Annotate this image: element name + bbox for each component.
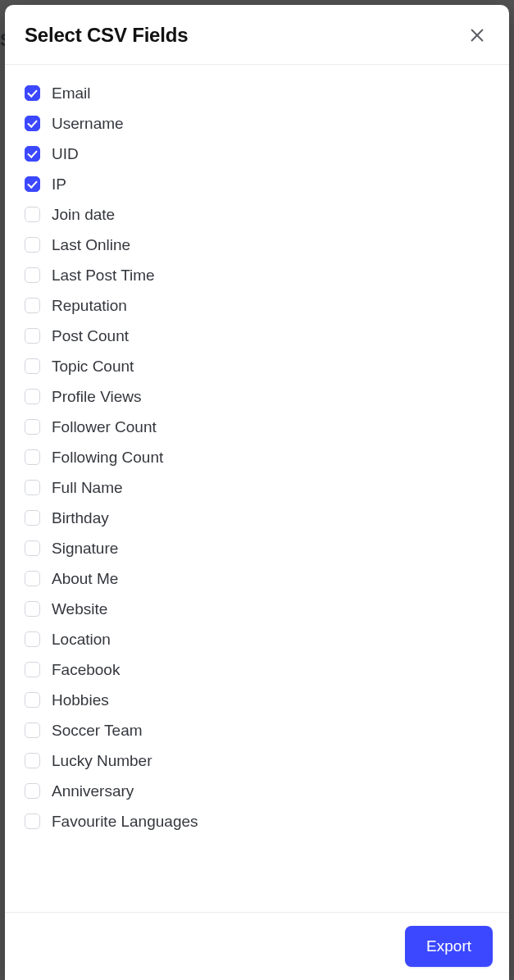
- field-label[interactable]: Username: [52, 115, 124, 133]
- field-row: Topic Count: [25, 351, 489, 381]
- field-row: Last Post Time: [25, 260, 489, 290]
- field-checkbox[interactable]: [25, 571, 40, 586]
- field-checkbox[interactable]: [25, 631, 40, 647]
- field-label[interactable]: Anniversary: [52, 782, 134, 800]
- field-checkbox[interactable]: [25, 298, 40, 313]
- field-checkbox[interactable]: [25, 116, 40, 131]
- field-row: Anniversary: [25, 776, 489, 806]
- field-row: Email: [25, 78, 489, 108]
- field-checkbox[interactable]: [25, 722, 40, 738]
- field-label[interactable]: Signature: [52, 540, 118, 558]
- field-checkbox[interactable]: [25, 146, 40, 162]
- close-button[interactable]: [465, 23, 489, 48]
- modal-body: EmailUsernameUIDIPJoin dateLast OnlineLa…: [5, 65, 509, 912]
- field-label[interactable]: Soccer Team: [52, 722, 143, 740]
- csv-field-list: EmailUsernameUIDIPJoin dateLast OnlineLa…: [25, 78, 489, 836]
- field-label[interactable]: Favourite Languages: [52, 813, 198, 831]
- field-row: Location: [25, 624, 489, 654]
- field-row: UID: [25, 139, 489, 169]
- field-label[interactable]: Post Count: [52, 327, 129, 345]
- field-row: Profile Views: [25, 381, 489, 412]
- field-row: IP: [25, 169, 489, 199]
- field-checkbox[interactable]: [25, 753, 40, 768]
- field-row: Username: [25, 108, 489, 139]
- field-row: Reputation: [25, 290, 489, 321]
- field-checkbox[interactable]: [25, 692, 40, 708]
- field-label[interactable]: UID: [52, 145, 79, 163]
- field-label[interactable]: About Me: [52, 570, 118, 588]
- field-label[interactable]: Topic Count: [52, 358, 134, 376]
- field-label[interactable]: Reputation: [52, 297, 127, 315]
- field-row: Join date: [25, 199, 489, 230]
- field-label[interactable]: Lucky Number: [52, 752, 152, 770]
- field-label[interactable]: IP: [52, 175, 66, 194]
- modal-footer: Export: [5, 912, 509, 980]
- field-row: Full Name: [25, 472, 489, 503]
- field-row: Favourite Languages: [25, 806, 489, 836]
- field-label[interactable]: Facebook: [52, 661, 120, 679]
- field-label[interactable]: Full Name: [52, 479, 123, 497]
- field-label[interactable]: Last Online: [52, 236, 130, 254]
- field-row: Following Count: [25, 442, 489, 472]
- field-checkbox[interactable]: [25, 449, 40, 465]
- field-checkbox[interactable]: [25, 85, 40, 101]
- field-checkbox[interactable]: [25, 237, 40, 253]
- field-checkbox[interactable]: [25, 358, 40, 374]
- field-row: Soccer Team: [25, 715, 489, 745]
- field-row: Hobbies: [25, 685, 489, 715]
- close-icon: [468, 26, 486, 44]
- field-row: Last Online: [25, 230, 489, 260]
- field-checkbox[interactable]: [25, 783, 40, 799]
- field-checkbox[interactable]: [25, 601, 40, 617]
- field-label[interactable]: Hobbies: [52, 691, 109, 709]
- export-button[interactable]: Export: [405, 926, 493, 967]
- field-label[interactable]: Join date: [52, 206, 115, 224]
- field-label[interactable]: Follower Count: [52, 418, 157, 436]
- select-csv-fields-modal: Select CSV Fields EmailUsernameUIDIPJoin…: [5, 5, 509, 980]
- field-checkbox[interactable]: [25, 480, 40, 495]
- field-row: About Me: [25, 563, 489, 594]
- field-row: Website: [25, 594, 489, 624]
- field-checkbox[interactable]: [25, 207, 40, 222]
- field-checkbox[interactable]: [25, 328, 40, 344]
- field-row: Birthday: [25, 503, 489, 533]
- field-row: Lucky Number: [25, 745, 489, 776]
- field-label[interactable]: Website: [52, 600, 107, 618]
- field-checkbox[interactable]: [25, 176, 40, 192]
- modal-header: Select CSV Fields: [5, 5, 509, 65]
- field-label[interactable]: Birthday: [52, 509, 109, 527]
- modal-title: Select CSV Fields: [25, 24, 188, 47]
- field-checkbox[interactable]: [25, 510, 40, 526]
- field-label[interactable]: Last Post Time: [52, 267, 155, 285]
- field-row: Signature: [25, 533, 489, 563]
- field-label[interactable]: Location: [52, 631, 111, 649]
- field-checkbox[interactable]: [25, 662, 40, 677]
- field-label[interactable]: Profile Views: [52, 388, 141, 406]
- field-row: Post Count: [25, 321, 489, 351]
- field-checkbox[interactable]: [25, 419, 40, 435]
- field-checkbox[interactable]: [25, 814, 40, 829]
- field-checkbox[interactable]: [25, 267, 40, 283]
- field-label[interactable]: Email: [52, 84, 91, 103]
- field-checkbox[interactable]: [25, 389, 40, 404]
- field-label[interactable]: Following Count: [52, 449, 163, 467]
- field-checkbox[interactable]: [25, 540, 40, 556]
- field-row: Facebook: [25, 654, 489, 685]
- field-row: Follower Count: [25, 412, 489, 442]
